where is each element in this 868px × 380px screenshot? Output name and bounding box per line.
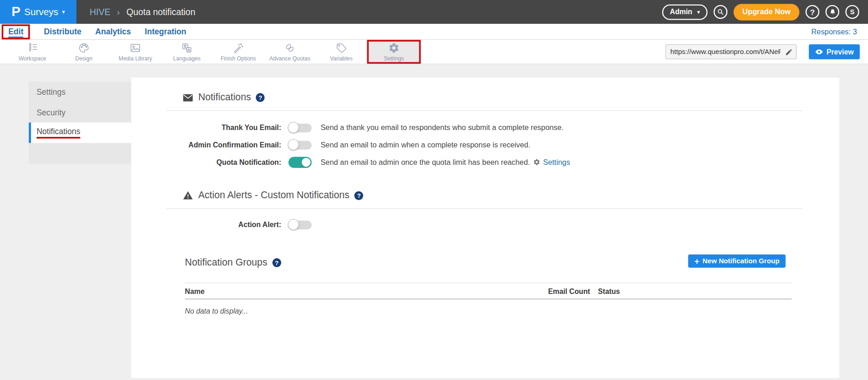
- top-bar: P Surveys ▾ HIVE › Quota notification Ad…: [0, 0, 868, 24]
- help-icon[interactable]: ?: [256, 93, 265, 102]
- notifications-bell-button[interactable]: [825, 5, 839, 19]
- breadcrumb-workspace[interactable]: HIVE: [90, 7, 110, 17]
- survey-url-input[interactable]: [666, 48, 782, 56]
- action-alerts-section-heading: Action Alerts - Custom Notifications ?: [131, 190, 839, 201]
- row-label: Admin Confirmation Email:: [131, 141, 281, 149]
- search-icon: [717, 8, 724, 16]
- toggle-knob: [288, 122, 299, 133]
- action-alert-toggle[interactable]: [289, 220, 312, 229]
- admin-menu-label: Admin: [670, 8, 692, 16]
- sidebar-item-security[interactable]: Security: [29, 102, 131, 123]
- column-header-name: Name: [185, 287, 548, 295]
- variables-tag-icon: [336, 42, 347, 54]
- survey-url-box: [665, 44, 797, 60]
- sidebar-item-settings[interactable]: Settings: [29, 81, 131, 102]
- sidebar-item-notifications[interactable]: Notifications: [29, 123, 131, 143]
- toolbar-item-languages[interactable]: Languages: [161, 40, 213, 64]
- upgrade-now-button[interactable]: Upgrade Now: [734, 4, 799, 20]
- topbar-actions: Admin ▾ Upgrade Now ? S: [662, 4, 868, 20]
- tab-analytics[interactable]: Analytics: [95, 27, 131, 36]
- section-title: Action Alerts - Custom Notifications: [198, 190, 349, 201]
- toggle-knob: [302, 157, 311, 166]
- quota-notification-row: Quota Notification: Send an email to adm…: [131, 153, 839, 171]
- advance-quotas-links-icon: [284, 42, 295, 54]
- edit-toolbar: Workspace Design Media Library Languages…: [0, 40, 868, 64]
- product-name: Surveys: [24, 6, 58, 17]
- column-header-status: Status: [598, 287, 792, 295]
- help-icon[interactable]: ?: [354, 191, 363, 200]
- row-description: Send an email to admin once the quota li…: [321, 158, 530, 166]
- plus-icon: +: [694, 257, 699, 265]
- new-notification-group-button[interactable]: + New Notification Group: [688, 255, 786, 268]
- new-group-label: New Notification Group: [702, 257, 779, 265]
- toolbar-label: Workspace: [19, 55, 46, 61]
- notifications-panel: Notifications ? Thank You Email: Send a …: [131, 77, 839, 378]
- toolbar-item-media-library[interactable]: Media Library: [110, 40, 161, 64]
- media-library-icon: [129, 42, 141, 54]
- notifications-annotation-underline: Notifications: [37, 127, 80, 138]
- help-button[interactable]: ?: [805, 5, 819, 19]
- tab-distribute[interactable]: Distribute: [44, 27, 81, 36]
- row-description: Send a thank you email to respondents wh…: [321, 124, 563, 132]
- finish-options-wand-icon: [232, 42, 244, 54]
- gear-icon: [533, 158, 541, 166]
- survey-nav: Edit Distribute Analytics Integration Re…: [0, 24, 868, 40]
- content-area: Settings Security Notifications Notifica…: [0, 64, 868, 380]
- toolbar-item-variables[interactable]: Variables: [316, 40, 367, 64]
- quota-settings-link[interactable]: Settings: [533, 158, 570, 166]
- admin-confirmation-email-row: Admin Confirmation Email: Send an email …: [131, 136, 839, 154]
- breadcrumb: HIVE › Quota notification: [90, 7, 195, 17]
- toolbar-item-settings[interactable]: Settings: [367, 40, 421, 64]
- toggle-knob: [288, 139, 299, 150]
- caret-down-icon: ▾: [62, 9, 65, 15]
- toolbar-label: Finish Options: [220, 55, 256, 61]
- sidebar-item-label: Settings: [37, 87, 65, 96]
- divider: [166, 208, 803, 209]
- question-mark-icon: ?: [810, 7, 814, 16]
- envelope-icon: [182, 93, 193, 102]
- toolbar-label: Settings: [384, 55, 404, 61]
- empty-table-message: No data to display...: [185, 307, 792, 315]
- action-alert-row: Action Alert:: [131, 216, 839, 233]
- notification-groups-table: Name Email Count Status No data to displ…: [185, 282, 792, 315]
- toolbar-item-design[interactable]: Design: [58, 40, 110, 64]
- warning-icon: [182, 190, 193, 200]
- admin-menu-button[interactable]: Admin ▾: [662, 4, 707, 20]
- table-header-row: Name Email Count Status: [185, 282, 792, 299]
- account-avatar[interactable]: S: [846, 5, 859, 19]
- toolbar-item-workspace[interactable]: Workspace: [7, 40, 59, 64]
- notifications-section-heading: Notifications ?: [131, 77, 839, 103]
- nav-tabs: Edit Distribute Analytics Integration: [0, 24, 186, 39]
- upgrade-now-label: Upgrade Now: [742, 8, 790, 16]
- help-icon[interactable]: ?: [272, 258, 281, 267]
- preview-label: Preview: [826, 48, 854, 56]
- row-label: Action Alert:: [131, 221, 281, 229]
- thank-you-email-toggle[interactable]: [289, 123, 312, 132]
- questionpro-logo: P: [11, 5, 20, 18]
- eye-icon: [815, 48, 823, 56]
- product-menu[interactable]: P Surveys ▾: [0, 0, 76, 24]
- row-label: Thank You Email:: [131, 124, 281, 132]
- tab-integration[interactable]: Integration: [145, 27, 187, 36]
- toolbar-item-finish-options[interactable]: Finish Options: [213, 40, 264, 64]
- toolbar-label: Media Library: [118, 55, 152, 61]
- column-header-email-count: Email Count: [548, 287, 598, 295]
- search-button[interactable]: [713, 5, 727, 19]
- quota-settings-link-label: Settings: [543, 158, 570, 166]
- toolbar-items: Workspace Design Media Library Languages…: [0, 40, 421, 64]
- thank-you-email-row: Thank You Email: Send a thank you email …: [131, 119, 839, 136]
- edit-url-button[interactable]: [782, 45, 796, 59]
- divider: [166, 110, 803, 111]
- sidebar-item-label: Security: [37, 108, 65, 116]
- tab-edit[interactable]: Edit: [8, 27, 23, 38]
- breadcrumb-survey-title: Quota notification: [126, 7, 195, 17]
- quota-notification-toggle[interactable]: [289, 157, 312, 168]
- preview-button[interactable]: Preview: [809, 44, 860, 60]
- toolbar-label: Advance Quotas: [269, 55, 311, 61]
- toolbar-label: Variables: [330, 55, 353, 61]
- toolbar-right: Preview: [665, 40, 868, 64]
- responses-count-link[interactable]: Responses: 3: [811, 27, 868, 36]
- admin-confirmation-email-toggle[interactable]: [289, 141, 312, 149]
- toolbar-item-advance-quotas[interactable]: Advance Quotas: [264, 40, 316, 64]
- row-label: Quota Notification:: [131, 158, 281, 166]
